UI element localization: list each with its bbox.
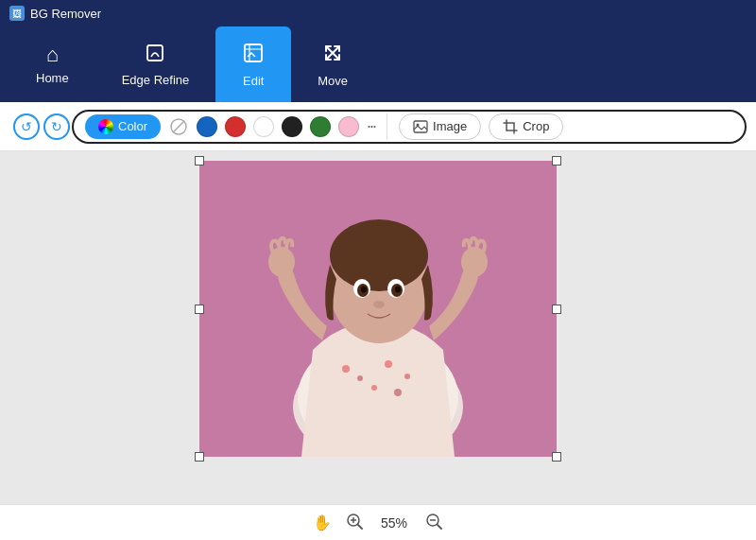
zoom-level-display: 55% xyxy=(375,515,413,531)
undo-redo-group: ↺ ↻ xyxy=(13,113,70,140)
edge-refine-icon xyxy=(145,43,165,67)
pan-button[interactable]: ✋ xyxy=(311,512,334,534)
more-dots-icon: ··· xyxy=(367,116,375,136)
svg-point-10 xyxy=(385,360,392,368)
swatch-white[interactable] xyxy=(253,116,274,137)
color-button-label: Color xyxy=(118,119,147,133)
undo-button[interactable]: ↺ xyxy=(13,113,40,140)
crop-icon xyxy=(503,119,518,134)
swatch-black[interactable] xyxy=(282,116,302,137)
svg-point-23 xyxy=(373,301,385,308)
redo-button[interactable]: ↻ xyxy=(43,113,70,140)
svg-point-8 xyxy=(342,365,350,373)
color-button[interactable]: Color xyxy=(85,114,161,139)
nav-item-edit[interactable]: Edit xyxy=(215,26,291,102)
transparent-swatch[interactable] xyxy=(168,116,189,137)
nav-item-edge-refine[interactable]: Edge Refine xyxy=(95,26,216,102)
svg-rect-4 xyxy=(414,121,427,132)
svg-rect-1 xyxy=(245,44,262,61)
crop-handle-middle-left[interactable] xyxy=(195,305,204,314)
zoom-in-button[interactable] xyxy=(343,512,366,534)
crop-handle-bottom-left[interactable] xyxy=(195,452,204,462)
swatch-pink[interactable] xyxy=(338,116,359,137)
swatch-green[interactable] xyxy=(310,116,331,137)
app-icon: 🖼 xyxy=(9,6,25,21)
svg-line-3 xyxy=(173,121,184,132)
zoom-controls: ✋ 55% xyxy=(311,512,445,534)
edit-icon xyxy=(242,42,265,68)
image-button-label: Image xyxy=(433,119,467,133)
pan-icon: ✋ xyxy=(313,514,332,531)
zoom-out-button[interactable] xyxy=(422,512,445,534)
bottom-bar: ✋ 55% xyxy=(0,504,756,540)
move-icon xyxy=(321,42,344,68)
app-title: BG Remover xyxy=(30,7,101,21)
image-container xyxy=(199,161,557,457)
image-icon xyxy=(413,119,428,134)
swatch-red[interactable] xyxy=(225,116,246,137)
zoom-in-icon xyxy=(346,513,363,533)
nav-label-edit: Edit xyxy=(243,74,264,88)
svg-point-21 xyxy=(361,287,367,293)
crop-handle-middle-right[interactable] xyxy=(552,305,561,314)
crop-button-label: Crop xyxy=(523,119,549,133)
crop-button[interactable]: Crop xyxy=(489,113,563,140)
image-button[interactable]: Image xyxy=(399,113,481,140)
crop-handle-top-right[interactable] xyxy=(552,156,561,165)
svg-point-13 xyxy=(394,389,402,396)
crop-handle-top-left[interactable] xyxy=(195,156,204,165)
svg-line-29 xyxy=(358,525,362,529)
canvas-area[interactable] xyxy=(0,151,756,504)
nav-bar: ⌂ Home Edge Refine Edit xyxy=(0,26,756,102)
more-colors-button[interactable]: ··· xyxy=(367,116,375,136)
svg-point-9 xyxy=(357,375,363,381)
child-figure xyxy=(199,161,557,457)
home-icon: ⌂ xyxy=(46,44,59,65)
title-bar: 🖼 BG Remover xyxy=(0,0,756,26)
zoom-out-icon xyxy=(425,513,442,533)
color-wheel-icon xyxy=(98,119,113,134)
nav-label-move: Move xyxy=(318,74,348,88)
nav-label-home: Home xyxy=(36,71,69,85)
crop-handle-bottom-right[interactable] xyxy=(552,452,561,462)
nav-item-move[interactable]: Move xyxy=(291,26,374,102)
toolbar-divider xyxy=(387,113,387,140)
background-image xyxy=(199,161,557,457)
nav-item-home[interactable]: ⌂ Home xyxy=(9,26,95,102)
svg-point-12 xyxy=(371,385,377,391)
swatch-blue[interactable] xyxy=(197,116,217,137)
svg-line-32 xyxy=(438,525,441,529)
nav-label-edge-refine: Edge Refine xyxy=(122,73,190,87)
svg-point-22 xyxy=(395,287,401,293)
toolbar: ↺ ↻ Color ··· Image xyxy=(0,102,756,151)
svg-point-11 xyxy=(404,374,410,379)
